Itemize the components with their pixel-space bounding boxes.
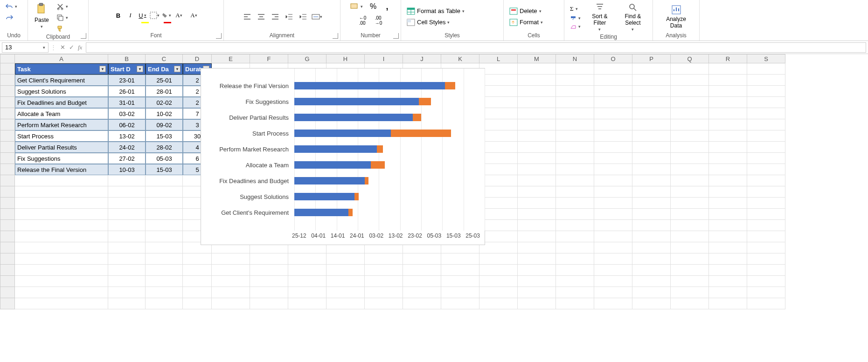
chart-bar-start[interactable]	[294, 209, 348, 216]
cell[interactable]	[15, 242, 108, 253]
analyze-data-button[interactable]: Analyze Data	[657, 3, 695, 31]
cell[interactable]	[709, 130, 747, 142]
chart-bar-start[interactable]	[294, 82, 445, 89]
cell[interactable]	[518, 153, 556, 164]
font-color-button[interactable]: A▾	[188, 10, 200, 21]
cell-styles-button[interactable]: Cell Styles▾	[405, 18, 451, 27]
cell[interactable]	[671, 231, 709, 242]
cell[interactable]	[671, 220, 709, 231]
cell[interactable]	[146, 231, 183, 242]
cell[interactable]	[632, 75, 671, 86]
cell[interactable]	[632, 97, 671, 108]
cell[interactable]	[671, 265, 709, 276]
cell[interactable]	[709, 231, 747, 242]
cell[interactable]	[479, 186, 518, 198]
cell[interactable]	[403, 298, 441, 309]
cell[interactable]	[250, 276, 288, 287]
cell[interactable]	[146, 242, 183, 253]
cell[interactable]	[556, 265, 594, 276]
column-header[interactable]: A	[15, 54, 108, 63]
cell[interactable]	[594, 164, 632, 175]
row-header[interactable]	[0, 186, 15, 198]
row-header[interactable]	[0, 153, 15, 164]
cell[interactable]	[632, 231, 671, 242]
cell[interactable]	[556, 63, 594, 75]
column-header[interactable]: K	[441, 54, 479, 63]
column-header[interactable]: C	[146, 54, 183, 63]
cell[interactable]	[556, 175, 594, 186]
decrease-indent-button[interactable]	[284, 11, 295, 22]
cell[interactable]	[15, 175, 108, 186]
cell[interactable]	[632, 164, 671, 175]
cell[interactable]: Fix Deadlines and Budget	[15, 97, 108, 108]
chart-bar-duration[interactable]	[354, 193, 359, 200]
cell[interactable]	[556, 298, 594, 309]
dialog-launcher-icon[interactable]	[216, 33, 222, 39]
cell[interactable]	[632, 63, 671, 75]
cell[interactable]	[709, 153, 747, 164]
cell[interactable]	[594, 231, 632, 242]
cell[interactable]	[556, 164, 594, 175]
cell[interactable]	[671, 298, 709, 309]
delete-button[interactable]: Delete▾	[507, 7, 543, 16]
cell[interactable]	[709, 276, 747, 287]
cell[interactable]	[556, 276, 594, 287]
cell[interactable]	[441, 253, 479, 265]
cell[interactable]	[632, 209, 671, 220]
cell[interactable]	[108, 298, 146, 309]
cell[interactable]	[479, 108, 518, 119]
cell[interactable]	[556, 220, 594, 231]
cell[interactable]	[326, 265, 365, 276]
cell[interactable]	[479, 97, 518, 108]
align-right-button[interactable]	[270, 11, 281, 22]
cell[interactable]	[518, 119, 556, 130]
cell[interactable]: 28-01	[146, 86, 183, 97]
align-center-button[interactable]	[256, 11, 267, 22]
cell[interactable]	[518, 198, 556, 209]
cell[interactable]	[747, 287, 785, 298]
cell[interactable]	[671, 242, 709, 253]
cell[interactable]	[594, 242, 632, 253]
cell[interactable]	[326, 298, 365, 309]
cell[interactable]	[594, 119, 632, 130]
cell[interactable]	[250, 253, 288, 265]
cancel-icon[interactable]: ✕	[60, 44, 65, 51]
row-header[interactable]	[0, 63, 15, 75]
cell[interactable]	[709, 86, 747, 97]
cell[interactable]	[671, 63, 709, 75]
cell[interactable]	[594, 86, 632, 97]
filter-dropdown-icon[interactable]: ▼	[137, 66, 143, 72]
cell[interactable]	[632, 276, 671, 287]
cell[interactable]	[15, 186, 108, 198]
cell[interactable]	[747, 231, 785, 242]
cell[interactable]	[709, 119, 747, 130]
cell[interactable]	[632, 86, 671, 97]
cell[interactable]	[518, 242, 556, 253]
cell[interactable]	[747, 75, 785, 86]
cell[interactable]	[288, 265, 326, 276]
row-header[interactable]	[0, 198, 15, 209]
cell[interactable]	[183, 298, 212, 309]
cell[interactable]	[250, 287, 288, 298]
cell[interactable]	[365, 298, 403, 309]
undo-button[interactable]: ▾	[4, 2, 19, 11]
clear-button[interactable]: ▾	[568, 23, 583, 30]
cell[interactable]: 05-03	[146, 153, 183, 164]
cell[interactable]	[518, 253, 556, 265]
cell[interactable]	[326, 276, 365, 287]
cell[interactable]	[441, 276, 479, 287]
cell[interactable]	[709, 198, 747, 209]
filter-dropdown-icon[interactable]: ▼	[174, 66, 181, 72]
fx-icon[interactable]: fx	[78, 44, 82, 51]
format-as-table-button[interactable]: Format as Table▾	[405, 7, 466, 16]
row-header[interactable]	[0, 298, 15, 309]
cell[interactable]	[747, 220, 785, 231]
cell[interactable]	[747, 276, 785, 287]
percent-button[interactable]: %	[368, 1, 379, 12]
dialog-launcher-icon[interactable]	[393, 33, 399, 39]
cell[interactable]	[671, 209, 709, 220]
dialog-launcher-icon[interactable]	[333, 33, 338, 39]
name-box[interactable]: 13▾	[2, 42, 49, 53]
cell[interactable]	[108, 209, 146, 220]
cell[interactable]	[441, 287, 479, 298]
